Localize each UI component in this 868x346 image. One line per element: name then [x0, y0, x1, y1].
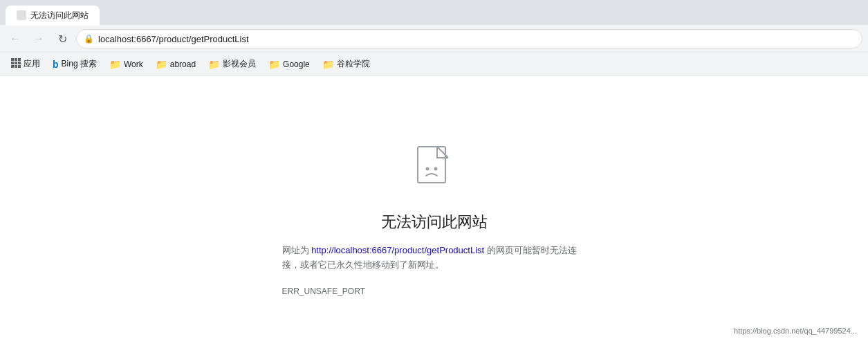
svg-rect-7 [15, 65, 17, 68]
svg-rect-8 [18, 65, 21, 68]
error-url: http://localhost:6667/product/getProduct… [311, 245, 484, 255]
svg-rect-4 [15, 62, 17, 64]
bookmark-google[interactable]: 📁 Google [263, 57, 315, 71]
reload-button[interactable]: ↻ [53, 29, 72, 48]
svg-rect-3 [11, 62, 14, 64]
back-button[interactable]: ← [6, 29, 25, 48]
abroad-label: abroad [170, 60, 196, 69]
url-text: localhost:6667/product/getProductList [98, 34, 249, 44]
tab-title: 无法访问此网站 [30, 10, 89, 21]
google-folder-icon: 📁 [268, 59, 280, 70]
svg-rect-5 [18, 62, 21, 64]
svg-rect-9 [418, 147, 445, 183]
tab-favicon [17, 10, 26, 20]
guli-label: 谷粒学院 [337, 58, 370, 70]
nav-bar: ← → ↻ 🔒 localhost:6667/product/getProduc… [0, 25, 868, 53]
movie-label: 影视会员 [223, 58, 256, 70]
browser-chrome: 无法访问此网站 ← → ↻ 🔒 localhost:6667/product/g… [0, 0, 868, 75]
forward-button[interactable]: → [29, 29, 48, 48]
bookmark-bing[interactable]: b Bing 搜索 [47, 57, 102, 71]
movie-folder-icon: 📁 [208, 59, 220, 70]
bookmark-movie[interactable]: 📁 影视会员 [203, 57, 261, 71]
security-icon: 🔒 [84, 34, 94, 44]
description-prefix: 网址为 [282, 245, 312, 255]
apps-icon [11, 58, 21, 70]
apps-label: 应用 [24, 58, 40, 70]
svg-rect-0 [11, 58, 14, 61]
work-folder-icon: 📁 [109, 59, 121, 70]
abroad-folder-icon: 📁 [156, 59, 167, 70]
bookmark-work[interactable]: 📁 Work [104, 57, 149, 71]
page-content: 无法访问此网站 网址为 http://localhost:6667/produc… [0, 75, 868, 338]
error-description: 网址为 http://localhost:6667/product/getPro… [282, 244, 587, 273]
error-icon [412, 145, 456, 195]
bing-icon: b [53, 59, 59, 70]
google-label: Google [283, 60, 310, 69]
error-code: ERR_UNSAFE_PORT [282, 286, 365, 296]
tab-bar: 无法访问此网站 [0, 0, 868, 25]
svg-point-12 [434, 167, 437, 171]
bookmarks-bar: 应用 b Bing 搜索 📁 Work 📁 abroad 📁 影视会员 📁 Go… [0, 53, 868, 75]
svg-rect-1 [15, 58, 17, 61]
svg-rect-2 [18, 58, 21, 61]
bookmark-abroad[interactable]: 📁 abroad [150, 57, 201, 71]
bookmark-guli[interactable]: 📁 谷粒学院 [317, 57, 376, 71]
svg-point-11 [425, 167, 429, 171]
work-label: Work [124, 60, 143, 69]
svg-rect-6 [11, 65, 14, 68]
bookmark-apps[interactable]: 应用 [6, 57, 46, 71]
active-tab[interactable]: 无法访问此网站 [6, 6, 100, 26]
guli-folder-icon: 📁 [322, 59, 334, 70]
error-title: 无法访问此网站 [381, 212, 488, 233]
footer-link: https://blog.csdn.net/qq_44799524... [734, 327, 857, 335]
address-bar[interactable]: 🔒 localhost:6667/product/getProductList [76, 29, 862, 48]
bing-label: Bing 搜索 [62, 58, 97, 70]
